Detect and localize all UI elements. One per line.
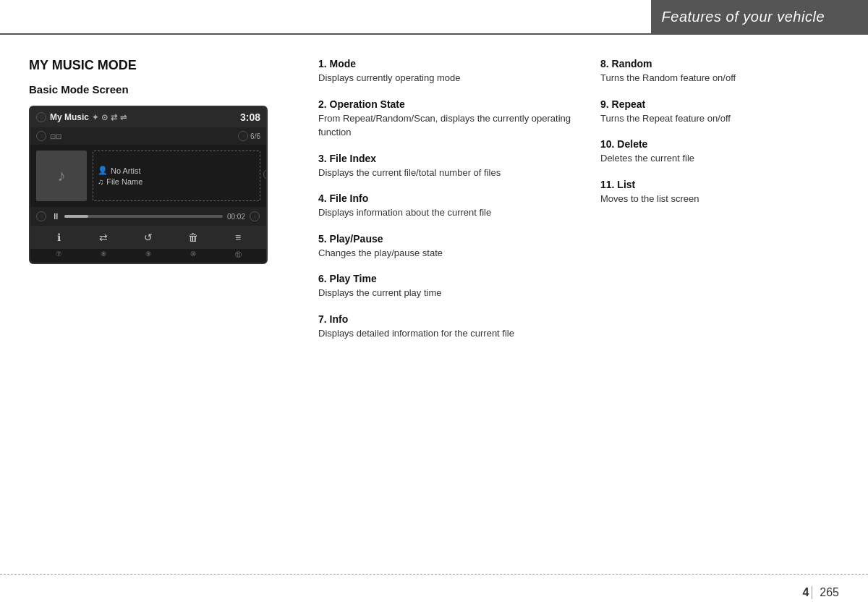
info-icon: ℹ [57,232,61,243]
music-icon: ♪ [58,166,66,185]
track-name: ♫ File Name [98,177,255,186]
item-11: 11. List Moves to the list screen [600,179,839,206]
item-5: 5. Play/Pause Changes the play/pause sta… [318,233,579,260]
track-artist: 👤 No Artist [98,166,255,175]
ctrl-label-7: ⑦ [46,250,72,260]
page-number: 265 [812,586,839,599]
item-2-desc: From Repeat/Random/Scan, displays the cu… [318,111,579,140]
screen-labels-row: ⑦ ⑧ ⑨ ⑩ ⑪ [30,249,266,263]
screen-middle-bar: ② ⊡⊡ ③ 6/6 [30,127,266,145]
item-11-desc: Moves to the list screen [600,192,839,206]
track-info-box: 👤 No Artist ♫ File Name ④ [93,151,260,201]
left-column: MY MUSIC MODE Basic Mode Screen ① My Mus… [29,43,304,567]
item-8-desc: Turns the Random feature on/off [600,71,839,85]
settings-icon: ⊙ [101,113,108,122]
op-state-icon: ⊡⊡ [50,132,61,140]
header-title: Features of your vehicle [662,9,839,25]
repeat-btn[interactable]: ↺ [135,232,161,243]
item-9: 9. Repeat Turns the Repeat feature on/of… [600,98,839,126]
play-time: 00:02 [227,213,245,221]
repeat-icon: ↺ [144,232,153,243]
item-9-desc: Turns the Repeat feature on/off [600,111,839,126]
person-icon: 👤 [98,166,108,175]
item-7-title: 7. Info [318,313,579,325]
item-3-desc: Displays the current file/total number o… [318,166,579,180]
shuffle-btn[interactable]: ⇄ [90,232,116,243]
ctrl-label-9: ⑨ [135,250,161,260]
subsection-title: Basic Mode Screen [29,83,304,96]
screen-middle-right: ③ 6/6 [238,131,260,141]
item-5-desc: Changes the play/pause state [318,246,579,260]
item-10-title: 10. Delete [600,138,839,150]
item-3: 3. File Index Displays the current file/… [318,153,579,180]
pause-icon: ⏸ [51,211,60,221]
trash-icon: 🗑 [188,232,198,243]
info-btn[interactable]: ℹ [46,232,72,243]
list-icon: ≡ [235,232,241,243]
screen-top-bar: ① My Music ✦ ⊙ ⇄ ⇌ 3:08 [30,107,266,127]
item-1-title: 1. Mode [318,58,579,69]
delete-btn[interactable]: 🗑 [180,232,206,243]
shuffle-icon: ⇄ [99,232,108,243]
item-9-title: 9. Repeat [600,98,839,110]
ctrl-label-8: ⑧ [90,250,116,260]
item-6-title: 6. Play Time [318,273,579,284]
label-6: ⑥ [250,211,260,221]
item-3-title: 3. File Index [318,153,579,164]
ctrl-label-10: ⑩ [180,250,206,260]
item-2: 2. Operation State From Repeat/Random/Sc… [318,98,579,140]
screen-progress-bar: ⑤ ⏸ 00:02 ⑥ [30,207,266,226]
right-column: 8. Random Turns the Random feature on/of… [579,43,839,567]
screen-top-left: ① My Music ✦ ⊙ ⇄ ⇌ [36,112,127,122]
screen-middle-left: ② ⊡⊡ [36,131,61,141]
label-4: ④ [263,169,268,179]
footer: 4 265 [0,574,868,610]
track-count: 6/6 [250,132,260,140]
label-2: ② [36,131,46,141]
item-6-desc: Displays the current play time [318,286,579,300]
item-2-title: 2. Operation State [318,98,579,110]
main-content: MY MUSIC MODE Basic Mode Screen ① My Mus… [0,43,868,567]
screen-main: ♪ 👤 No Artist ♫ File Name ④ [30,145,266,207]
mode-label: My Music [50,112,89,122]
item-8: 8. Random Turns the Random feature on/of… [600,58,839,85]
item-8-title: 8. Random [600,58,839,69]
item-6: 6. Play Time Displays the current play t… [318,273,579,300]
label-3: ③ [238,131,248,141]
progress-fill [64,215,88,218]
item-7: 7. Info Displays detailed information fo… [318,313,579,341]
item-10-desc: Deletes the current file [600,151,839,166]
item-11-title: 11. List [600,179,839,190]
page-section-number: 4 [802,586,809,599]
middle-column: 1. Mode Displays currently operating mod… [304,43,579,567]
progress-track [64,215,223,218]
label-5: ⑤ [36,211,46,221]
arrows-icon: ⇌ [120,113,127,122]
ctrl-label-11: ⑪ [225,250,251,260]
item-4-desc: Displays information about the current f… [318,206,579,220]
label-4-outside: ④ [263,169,268,182]
item-7-desc: Displays detailed information for the cu… [318,326,579,341]
screen-mockup: ① My Music ✦ ⊙ ⇄ ⇌ 3:08 ② ⊡⊡ ③ 6/6 [29,106,268,264]
label-1: ① [36,112,46,122]
note-icon: ♫ [98,177,103,186]
item-5-title: 5. Play/Pause [318,233,579,245]
item-1: 1. Mode Displays currently operating mod… [318,58,579,85]
item-4-title: 4. File Info [318,192,579,204]
item-10: 10. Delete Deletes the current file [600,138,839,166]
item-1-desc: Displays currently operating mode [318,71,579,85]
screen-time: 3:08 [240,111,260,123]
list-btn[interactable]: ≡ [225,232,251,243]
section-title: MY MUSIC MODE [29,58,304,73]
bluetooth-icon: ✦ [92,113,98,122]
screen-controls: ℹ ⇄ ↺ 🗑 ≡ [30,226,266,249]
album-art: ♪ [36,151,87,201]
header: Features of your vehicle [0,0,868,35]
item-4: 4. File Info Displays information about … [318,192,579,220]
arrow-icon: ⇄ [111,113,117,122]
